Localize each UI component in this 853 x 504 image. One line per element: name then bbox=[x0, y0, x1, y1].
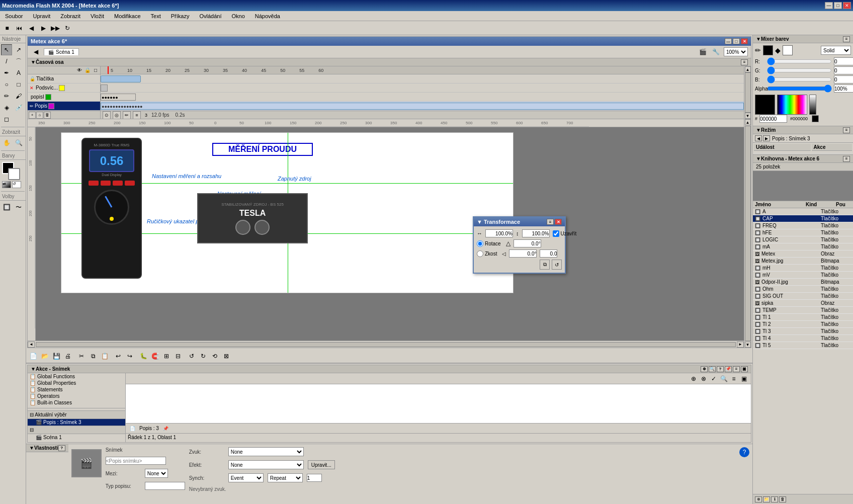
menu-vlozit[interactable]: Vložit bbox=[88, 12, 107, 20]
scene-expand-icon[interactable]: ⊟ bbox=[30, 427, 34, 433]
bt-undo[interactable]: ↩ bbox=[113, 351, 123, 361]
tree-item-global-prop[interactable]: 📋 Global Properties bbox=[28, 380, 125, 386]
tl-scroll-up[interactable]: ▲ bbox=[745, 66, 751, 72]
layer-row-popis[interactable]: ✏ Popis bbox=[28, 102, 100, 111]
ae-btn3[interactable]: ✓ bbox=[709, 374, 719, 384]
tl-onion-btn[interactable]: ◎ bbox=[113, 111, 121, 119]
zoom-select[interactable]: 100% bbox=[724, 47, 748, 56]
close-btn[interactable]: ✕ bbox=[843, 2, 851, 9]
scene-icon1[interactable]: 🎬 bbox=[698, 47, 708, 57]
layer-row-tlacitka[interactable]: 🔓 Tlačítka bbox=[28, 74, 100, 83]
rect-tool[interactable]: □ bbox=[13, 79, 24, 90]
stage-scroll-right[interactable]: ► bbox=[737, 342, 744, 348]
rotate-input[interactable] bbox=[514, 239, 541, 247]
lib-item-Tl3[interactable]: 🔲 Tl 3 Tlačítko bbox=[753, 328, 853, 335]
props-edit-btn[interactable]: Upravit... bbox=[308, 460, 335, 469]
color-spectrum[interactable] bbox=[777, 95, 807, 115]
tree-item-scene1[interactable]: 🎬 Scéna 1 bbox=[28, 434, 125, 441]
props-sync-select[interactable]: Event bbox=[228, 473, 264, 482]
add-layer-btn[interactable]: + bbox=[29, 112, 36, 119]
tl-center-btn[interactable]: ⊙ bbox=[103, 111, 111, 119]
lib-item-SIGOUT[interactable]: 🔲 SIG OUT Tlačítko bbox=[753, 293, 853, 300]
ae-btn5[interactable]: ≡ bbox=[729, 374, 739, 384]
knihovna-collapse-arrow[interactable]: ▼ bbox=[756, 156, 761, 161]
lib-item-hFE[interactable]: 🔲 hFE Tlačítko bbox=[753, 229, 853, 236]
menu-soubor[interactable]: Soubor bbox=[2, 12, 26, 20]
tl-scroll-down[interactable]: ▼ bbox=[745, 113, 751, 119]
back-btn[interactable]: ◀ bbox=[26, 23, 36, 33]
bt-copy[interactable]: ⧉ bbox=[88, 351, 98, 361]
stroke-icon[interactable]: ✏ bbox=[755, 46, 761, 54]
props-placeholder-input[interactable] bbox=[106, 457, 166, 465]
stroke-type-select[interactable]: Solid bbox=[821, 46, 851, 55]
color-preview[interactable] bbox=[755, 95, 775, 115]
stop-btn[interactable]: ■ bbox=[2, 23, 12, 33]
timeline-collapse-arrow[interactable]: ▼ bbox=[31, 59, 36, 65]
scene-icon2[interactable]: 🔧 bbox=[711, 47, 721, 57]
b-input[interactable]: 0 bbox=[834, 75, 853, 83]
lib-item-Tl2[interactable]: 🔲 Tl 2 Tlačítko bbox=[753, 321, 853, 328]
bt-align[interactable]: ⊞ bbox=[161, 351, 172, 361]
skew-radio[interactable] bbox=[477, 250, 483, 257]
action-collapse-arrow[interactable]: ▼ bbox=[31, 366, 36, 372]
lib-delete-btn[interactable]: 🗑 bbox=[779, 496, 786, 502]
tl-params-btn[interactable]: ≡ bbox=[133, 111, 141, 119]
tree-item-global-func[interactable]: 📋 Global Functions bbox=[28, 373, 125, 380]
bt-save[interactable]: 💾 bbox=[51, 351, 61, 361]
maximize-btn[interactable]: □ bbox=[834, 2, 842, 9]
lib-item-Metex[interactable]: 🖼 Metex Obraz bbox=[753, 250, 853, 258]
action-help-btn[interactable]: ? bbox=[717, 366, 724, 372]
bt-debug[interactable]: 🐛 bbox=[138, 351, 148, 361]
eye-icon[interactable]: 👁 bbox=[76, 67, 83, 74]
layer-popis-pencil[interactable]: ✏ bbox=[30, 104, 34, 109]
text-tool[interactable]: A bbox=[13, 67, 24, 78]
action-editor-content[interactable] bbox=[126, 384, 751, 423]
lib-item-LOGIC[interactable]: 🔲 LOGIC Tlačítko bbox=[753, 236, 853, 243]
fill-icon[interactable]: ◆ bbox=[775, 46, 781, 54]
fill-color-swatch[interactable] bbox=[8, 168, 20, 180]
transform-width-input[interactable] bbox=[485, 229, 513, 237]
bt-flip[interactable]: ⊠ bbox=[221, 351, 231, 361]
props-desc-input[interactable] bbox=[145, 482, 185, 490]
props-between-select[interactable]: None bbox=[145, 469, 168, 478]
skew-input2[interactable] bbox=[540, 249, 557, 258]
pencil-tool[interactable]: ✏ bbox=[1, 91, 12, 102]
stage-max-btn[interactable]: □ bbox=[733, 38, 740, 44]
rotate-radio[interactable] bbox=[477, 240, 483, 247]
back-scene-btn[interactable]: ◀ bbox=[31, 47, 41, 57]
lib-item-Tl5[interactable]: 🔲 Tl 5 Tlačítko bbox=[753, 342, 853, 349]
stage-scroll-down[interactable]: ▼ bbox=[745, 342, 751, 348]
props-sound-select[interactable]: None bbox=[228, 447, 304, 456]
arrow-tool[interactable]: ↖ bbox=[1, 44, 12, 55]
delete-layer-btn[interactable]: 🗑 bbox=[44, 112, 51, 119]
lib-item-mH[interactable]: 🔲 mH Tlačítko bbox=[753, 265, 853, 272]
r-slider[interactable] bbox=[767, 59, 832, 64]
lasso-tool[interactable]: ⌒ bbox=[13, 56, 24, 67]
props-help-btn[interactable]: ? bbox=[58, 445, 65, 451]
smooth-btn[interactable]: 〜 bbox=[13, 202, 24, 213]
tl-scroll-thumb[interactable] bbox=[745, 72, 751, 113]
lib-props-btn[interactable]: ℹ bbox=[771, 496, 778, 502]
action-expand-btn[interactable]: ▣ bbox=[741, 366, 748, 372]
bt-cut[interactable]: ✂ bbox=[76, 351, 87, 361]
g-input[interactable]: 0 bbox=[834, 66, 853, 74]
menu-zobrazit[interactable]: Zobrazit bbox=[57, 12, 83, 20]
action-menu-btn[interactable]: ≡ bbox=[733, 366, 740, 372]
bt-distribute[interactable]: ⊟ bbox=[173, 351, 183, 361]
scene-tab[interactable]: 🎬 Scéna 1 bbox=[44, 48, 79, 55]
snap-btn[interactable]: 🔲 bbox=[1, 202, 12, 213]
stage-scroll-vthumb[interactable] bbox=[745, 126, 751, 341]
action-options-btn[interactable]: ⊕ bbox=[701, 366, 708, 372]
layer-podsvic-vis[interactable]: ✕ bbox=[30, 86, 34, 91]
add-motion-btn[interactable]: ⌂ bbox=[36, 112, 43, 119]
minimize-btn[interactable]: — bbox=[825, 2, 833, 9]
hand-tool[interactable]: ✋ bbox=[1, 137, 12, 148]
zoom-tool[interactable]: 🔍 bbox=[13, 137, 24, 148]
transform-height-input[interactable] bbox=[522, 229, 550, 237]
fill-color-box2[interactable] bbox=[783, 45, 793, 55]
menu-napoveda[interactable]: Nápověda bbox=[252, 12, 283, 20]
brush-tool[interactable]: 🖌 bbox=[13, 91, 24, 102]
ae-btn2[interactable]: ⊗ bbox=[699, 374, 709, 384]
stroke-color-box[interactable] bbox=[763, 45, 773, 55]
menu-upravit[interactable]: Upravit bbox=[30, 12, 53, 20]
